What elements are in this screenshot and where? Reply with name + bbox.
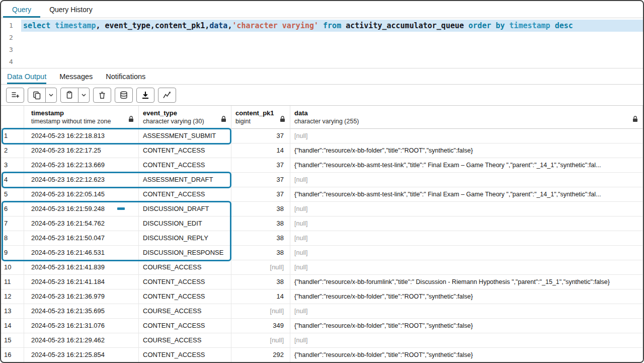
table-row[interactable]: 102024-05-23 16:21:41.839COURSE_ACCESS[n… — [1, 260, 643, 275]
cell-content-pk1[interactable]: [null] — [231, 260, 290, 275]
table-row[interactable]: 122024-05-23 16:21:36.979CONTENT_ACCESS1… — [1, 289, 643, 304]
cell-event-type[interactable]: COURSE_ACCESS — [139, 260, 231, 275]
cell-timestamp[interactable]: 2024-05-23 16:21:46.531 — [24, 246, 139, 260]
cell-timestamp[interactable]: 2024-05-23 16:21:59.248 — [24, 202, 139, 216]
editor-line-3[interactable]: 3 — [1, 44, 643, 56]
cell-timestamp[interactable]: 2024-05-23 16:22:18.813 — [24, 129, 139, 143]
cell-event-type[interactable]: CONTENT_ACCESS — [139, 289, 231, 304]
row-number[interactable]: 2 — [1, 143, 24, 158]
cell-event-type[interactable]: DISCUSSION_RESPONSE — [139, 246, 231, 260]
cell-timestamp[interactable]: 2024-05-23 16:21:41.184 — [24, 275, 139, 289]
cell-timestamp[interactable]: 2024-05-23 16:22:05.145 — [24, 187, 139, 202]
save-data-changes-button[interactable] — [115, 88, 133, 103]
cell-content-pk1[interactable]: [null] — [231, 333, 290, 348]
cell-data[interactable]: [null] — [290, 260, 643, 275]
add-row-button[interactable] — [6, 88, 24, 103]
editor-line-2[interactable]: 2 — [1, 32, 643, 44]
cell-timestamp[interactable]: 2024-05-23 16:21:36.979 — [24, 289, 139, 304]
cell-content-pk1[interactable]: 38 — [231, 275, 290, 289]
column-header-event-type[interactable]: event_type character varying (30) — [139, 106, 231, 129]
cell-event-type[interactable]: DISCUSSION_DRAFT — [139, 202, 231, 216]
cell-timestamp[interactable]: 2024-05-23 16:22:12.623 — [24, 173, 139, 187]
row-number[interactable]: 10 — [1, 260, 24, 275]
cell-data[interactable]: [null] — [290, 202, 643, 216]
cell-content-pk1[interactable]: 37 — [231, 158, 290, 173]
cell-data[interactable]: {"handler":"resource/x-bb-asmt-test-link… — [290, 158, 643, 173]
cell-timestamp[interactable]: 2024-05-23 16:21:54.762 — [24, 216, 139, 231]
copy-button[interactable] — [28, 88, 57, 103]
empty-code-line[interactable] — [21, 56, 643, 68]
table-row[interactable]: 132024-05-23 16:21:35.695COURSE_ACCESS[n… — [1, 304, 643, 319]
download-results-button[interactable] — [136, 88, 154, 103]
cell-data[interactable]: [null] — [290, 216, 643, 231]
empty-code-line[interactable] — [21, 32, 643, 44]
cell-event-type[interactable]: ASSESSMENT_DRAFT — [139, 173, 231, 187]
cell-content-pk1[interactable]: 349 — [231, 319, 290, 333]
cell-data[interactable]: [null] — [290, 333, 643, 348]
row-number[interactable]: 12 — [1, 289, 24, 304]
cell-data[interactable]: [null] — [290, 304, 643, 319]
row-number[interactable]: 5 — [1, 187, 24, 202]
column-header-timestamp[interactable]: timestamp timestamp without time zone — [24, 106, 139, 129]
paste-button[interactable] — [60, 88, 90, 103]
delete-row-button[interactable] — [93, 88, 111, 103]
cell-content-pk1[interactable]: [null] — [231, 304, 290, 319]
row-number[interactable]: 3 — [1, 158, 24, 173]
cell-content-pk1[interactable]: 14 — [231, 143, 290, 158]
table-row[interactable]: 142024-05-23 16:21:31.076CONTENT_ACCESS3… — [1, 319, 643, 333]
row-number[interactable]: 16 — [1, 348, 24, 362]
cell-event-type[interactable]: CONTENT_ACCESS — [139, 348, 231, 362]
cell-event-type[interactable]: CONTENT_ACCESS — [139, 319, 231, 333]
cell-event-type[interactable]: CONTENT_ACCESS — [139, 143, 231, 158]
cell-content-pk1[interactable]: 37 — [231, 129, 290, 143]
column-header-content-pk1[interactable]: content_pk1 bigint — [231, 106, 290, 129]
table-row[interactable]: 152024-05-23 16:21:29.462COURSE_ACCESS[n… — [1, 333, 643, 348]
cell-data[interactable]: {"handler":"resource/x-bb-forumlink","ti… — [290, 275, 643, 289]
cell-content-pk1[interactable]: 38 — [231, 246, 290, 260]
cell-data[interactable]: [null] — [290, 246, 643, 260]
cell-content-pk1[interactable]: 37 — [231, 187, 290, 202]
cell-data[interactable]: {"handler":"resource/x-bb-folder","title… — [290, 289, 643, 304]
row-number[interactable]: 15 — [1, 333, 24, 348]
table-row[interactable]: 162024-05-23 16:21:25.854CONTENT_ACCESS2… — [1, 348, 643, 362]
cell-timestamp[interactable]: 2024-05-23 16:22:17.25 — [24, 143, 139, 158]
empty-code-line[interactable] — [21, 44, 643, 56]
cell-content-pk1[interactable]: 38 — [231, 202, 290, 216]
table-row[interactable]: 92024-05-23 16:21:46.531DISCUSSION_RESPO… — [1, 246, 643, 260]
cell-timestamp[interactable]: 2024-05-23 16:21:35.695 — [24, 304, 139, 319]
row-number[interactable]: 4 — [1, 173, 24, 187]
tab-messages[interactable]: Messages — [59, 68, 93, 84]
graph-visualiser-button[interactable] — [158, 88, 176, 103]
table-row[interactable]: 42024-05-23 16:22:12.623ASSESSMENT_DRAFT… — [1, 173, 643, 187]
cell-event-type[interactable]: DISCUSSION_REPLY — [139, 231, 231, 246]
table-row[interactable]: 52024-05-23 16:22:05.145CONTENT_ACCESS37… — [1, 187, 643, 202]
cell-event-type[interactable]: DISCUSSION_EDIT — [139, 216, 231, 231]
cell-data[interactable]: {"handler":"resource/x-bb-asmt-test-link… — [290, 187, 643, 202]
tab-query[interactable]: Query — [3, 1, 40, 18]
table-row[interactable]: 112024-05-23 16:21:41.184CONTENT_ACCESS3… — [1, 275, 643, 289]
cell-event-type[interactable]: CONTENT_ACCESS — [139, 158, 231, 173]
table-row[interactable]: 32024-05-23 16:22:13.669CONTENT_ACCESS37… — [1, 158, 643, 173]
row-number[interactable]: 1 — [1, 129, 24, 143]
cell-event-type[interactable]: CONTENT_ACCESS — [139, 187, 231, 202]
table-row[interactable]: 12024-05-23 16:22:18.813ASSESSMENT_SUBMI… — [1, 129, 643, 143]
cell-data[interactable]: {"handler":"resource/x-bb-folder","title… — [290, 143, 643, 158]
cell-data[interactable]: [null] — [290, 173, 643, 187]
cell-timestamp[interactable]: 2024-05-23 16:21:25.854 — [24, 348, 139, 362]
tab-notifications[interactable]: Notifications — [106, 68, 145, 84]
cell-content-pk1[interactable]: 292 — [231, 348, 290, 362]
sql-code-line[interactable]: select timestamp, event_type,content_pk1… — [21, 20, 643, 32]
cell-timestamp[interactable]: 2024-05-23 16:21:50.047 — [24, 231, 139, 246]
table-row[interactable]: 82024-05-23 16:21:50.047DISCUSSION_REPLY… — [1, 231, 643, 246]
paste-dropdown-chevron-icon[interactable] — [78, 88, 89, 102]
cell-data[interactable]: [null] — [290, 129, 643, 143]
tab-query-history[interactable]: Query History — [40, 1, 102, 18]
row-number[interactable]: 13 — [1, 304, 24, 319]
table-row[interactable]: 72024-05-23 16:21:54.762DISCUSSION_EDIT3… — [1, 216, 643, 231]
cell-data[interactable]: {"handler":"resource/x-bb-folder","title… — [290, 348, 643, 362]
cell-content-pk1[interactable]: 37 — [231, 173, 290, 187]
row-number[interactable]: 11 — [1, 275, 24, 289]
cell-content-pk1[interactable]: 14 — [231, 289, 290, 304]
cell-content-pk1[interactable]: 38 — [231, 216, 290, 231]
column-header-data[interactable]: data character varying (255) — [290, 106, 643, 129]
